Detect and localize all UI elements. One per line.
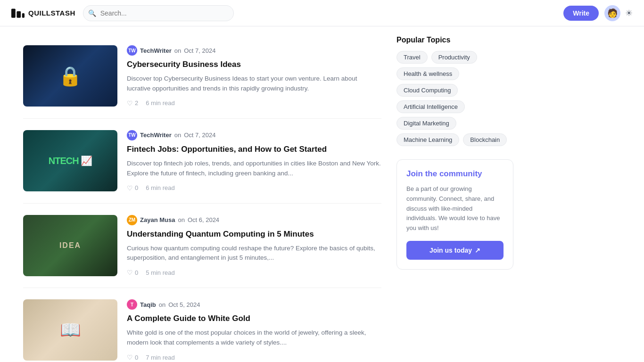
search-bar: 🔍: [83, 5, 234, 21]
sidebar: Popular Topics TravelProductivityHealth …: [381, 26, 513, 362]
article-title[interactable]: Fintech Jobs: Opportunities, and How to …: [127, 144, 381, 155]
user-avatar[interactable]: 🧑: [604, 5, 620, 21]
article-meta: ZM Zayan Musa on Oct 6, 2024: [127, 215, 381, 225]
article-thumbnail: 📖: [23, 299, 117, 361]
community-box: Join the community Be a part of our grow…: [396, 159, 513, 270]
article-meta: TW TechWriter on Oct 7, 2024: [127, 45, 381, 56]
topic-tag[interactable]: Travel: [396, 51, 428, 64]
author-avatar: TW: [127, 45, 137, 56]
thumb-icon: 📖: [60, 320, 81, 340]
theme-toggle-button[interactable]: ☀: [625, 8, 633, 18]
topic-tag[interactable]: Cloud Computing: [396, 84, 458, 97]
read-time: 6 min read: [146, 99, 174, 107]
svg-rect-2: [22, 13, 25, 18]
article-feed: 🔒 TW TechWriter on Oct 7, 2024 Cybersecu…: [23, 26, 381, 362]
author-avatar: ZM: [127, 215, 137, 225]
join-button-arrow: ↗: [475, 247, 480, 254]
like-button[interactable]: ♡ 0: [127, 184, 138, 192]
logo[interactable]: QUILLSTASH: [11, 8, 75, 18]
article-excerpt: Discover top Cybersecurity Business Idea…: [127, 74, 381, 94]
read-time: 7 min read: [146, 354, 174, 361]
community-title: Join the community: [406, 169, 504, 179]
article-footer: ♡ 0 7 min read: [127, 354, 381, 361]
article-card: IDEA ZM Zayan Musa on Oct 6, 2024 Unders…: [23, 204, 381, 288]
article-excerpt: White gold is one of the most popular ch…: [127, 328, 381, 348]
svg-rect-0: [11, 8, 16, 17]
community-description: Be a part of our growing community. Conn…: [406, 184, 504, 233]
article-footer: ♡ 2 6 min read: [127, 99, 381, 107]
like-count: 0: [135, 184, 138, 191]
write-button[interactable]: Write: [563, 6, 599, 21]
article-card: 📖 T Taqib on Oct 5, 2024 A Complete Guid…: [23, 288, 381, 362]
author-avatar: T: [127, 299, 137, 310]
popular-topics-title: Popular Topics: [396, 36, 513, 44]
main-layout: 🔒 TW TechWriter on Oct 7, 2024 Cybersecu…: [16, 26, 628, 362]
author-name: Zayan Musa: [140, 216, 175, 223]
like-button[interactable]: ♡ 2: [127, 99, 138, 107]
author-name: TechWriter: [140, 47, 172, 54]
meta-separator: on: [174, 47, 181, 54]
article-date: Oct 7, 2024: [184, 132, 215, 139]
read-time: 5 min read: [146, 269, 174, 276]
thumb-text: IDEA: [59, 241, 81, 250]
article-excerpt: Curious how quantum computing could resh…: [127, 244, 381, 263]
join-button-label: Join us today: [429, 247, 472, 254]
topic-tag[interactable]: Machine Learning: [396, 133, 459, 146]
join-community-button[interactable]: Join us today ↗: [406, 241, 504, 260]
svg-rect-1: [17, 11, 21, 17]
logo-text: QUILLSTASH: [28, 9, 75, 17]
topic-tag[interactable]: Digital Marketing: [396, 117, 456, 130]
topics-grid: TravelProductivityHealth & wellnessCloud…: [396, 51, 513, 146]
article-content: T Taqib on Oct 5, 2024 A Complete Guide …: [127, 299, 381, 361]
topic-tag[interactable]: Health & wellness: [396, 67, 459, 80]
article-content: TW TechWriter on Oct 7, 2024 Fintech Job…: [127, 130, 381, 192]
like-count: 0: [135, 354, 138, 361]
meta-separator: on: [174, 132, 181, 139]
navbar: QUILLSTASH 🔍 Write 🧑 ☀: [0, 0, 644, 26]
article-date: Oct 5, 2024: [168, 301, 200, 308]
logo-icon: [11, 8, 25, 18]
article-meta: TW TechWriter on Oct 7, 2024: [127, 130, 381, 140]
topic-tag[interactable]: Artificial Intelligence: [396, 100, 465, 113]
meta-separator: on: [178, 216, 184, 223]
article-content: TW TechWriter on Oct 7, 2024 Cybersecuri…: [127, 45, 381, 107]
article-thumbnail: IDEA: [23, 215, 117, 276]
author-avatar: TW: [127, 130, 137, 140]
article-date: Oct 7, 2024: [184, 47, 215, 54]
topic-tag[interactable]: Productivity: [431, 51, 477, 64]
heart-icon: ♡: [127, 354, 133, 361]
article-thumbnail: 🔒: [23, 45, 117, 107]
like-count: 2: [135, 99, 138, 107]
article-title[interactable]: Understanding Quantum Computing in 5 Min…: [127, 229, 381, 240]
thumb-icon: 🔒: [58, 65, 82, 87]
like-button[interactable]: ♡ 0: [127, 354, 138, 361]
read-time: 6 min read: [146, 184, 174, 191]
article-content: ZM Zayan Musa on Oct 6, 2024 Understandi…: [127, 215, 381, 277]
article-excerpt: Discover top fintech job roles, trends, …: [127, 159, 381, 179]
topic-tag[interactable]: Blockchain: [463, 133, 507, 146]
article-meta: T Taqib on Oct 5, 2024: [127, 299, 381, 310]
meta-separator: on: [159, 301, 165, 308]
search-input[interactable]: [83, 5, 234, 21]
article-card: 🔒 TW TechWriter on Oct 7, 2024 Cybersecu…: [23, 34, 381, 119]
article-title[interactable]: Cybersecurity Business Ideas: [127, 59, 381, 70]
author-name: Taqib: [140, 301, 156, 308]
heart-icon: ♡: [127, 184, 133, 192]
like-button[interactable]: ♡ 0: [127, 269, 138, 276]
like-count: 0: [135, 269, 138, 276]
thumb-text: NTECH 📈: [49, 155, 92, 166]
article-footer: ♡ 0 6 min read: [127, 184, 381, 192]
article-date: Oct 6, 2024: [188, 216, 219, 223]
search-icon: 🔍: [88, 9, 96, 17]
article-title[interactable]: A Complete Guide to White Gold: [127, 313, 381, 324]
author-name: TechWriter: [140, 132, 172, 139]
heart-icon: ♡: [127, 269, 133, 276]
heart-icon: ♡: [127, 99, 133, 107]
article-card: NTECH 📈 TW TechWriter on Oct 7, 2024 Fin…: [23, 119, 381, 204]
article-footer: ♡ 0 5 min read: [127, 269, 381, 276]
article-thumbnail: NTECH 📈: [23, 130, 117, 191]
